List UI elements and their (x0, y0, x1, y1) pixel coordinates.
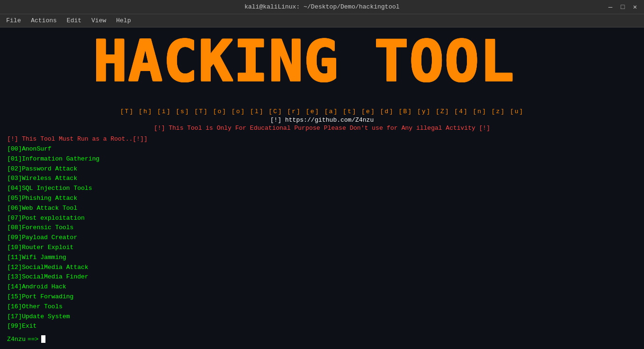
menu-list-item[interactable]: [06]Web Attack Tool (7, 204, 637, 214)
window-title: kali@kaliLinux: ~/Desktop/Demo/hackingto… (244, 3, 400, 10)
menu-list-item[interactable]: [03]Wireless Attack (7, 174, 637, 184)
menu-list-item[interactable]: [11]Wifi Jamming (7, 253, 637, 263)
close-button[interactable]: ✕ (631, 3, 639, 11)
menu-list-item[interactable]: [17]Update System (7, 312, 637, 322)
minimize-button[interactable]: — (606, 3, 615, 11)
menu-list-item[interactable]: [12]SocialMedia Attack (7, 263, 637, 273)
title-bar: kali@kaliLinux: ~/Desktop/Demo/hackingto… (0, 0, 644, 14)
menu-edit[interactable]: Edit (63, 16, 85, 26)
menu-bar: File Actions Edit View Help (0, 14, 644, 27)
terminal[interactable]: [T] [h] [i] [s] [T] [o] [o] [l] [C] [r] … (0, 27, 644, 349)
menu-list-item[interactable]: [99]Exit (7, 322, 637, 331)
tool-menu-list: [00]AnonSurf[01]Information Gathering[02… (7, 144, 637, 331)
menu-list-item[interactable]: [16]Other Tools (7, 302, 637, 312)
menu-list-item[interactable]: [09]Payload Creator (7, 233, 637, 243)
prompt-user: Z4nzu (7, 336, 26, 343)
hacking-tool-banner (83, 35, 561, 106)
menu-file[interactable]: File (2, 16, 25, 26)
cursor (41, 335, 45, 343)
banner-subtitle: [T] [h] [i] [s] [T] [o] [o] [l] [C] [r] … (7, 108, 637, 115)
menu-list-item[interactable]: [10]Router Exploit (7, 243, 637, 253)
menu-list-item[interactable]: [04]SQL Injection Tools (7, 184, 637, 194)
maximize-button[interactable]: □ (618, 3, 627, 11)
menu-list-item[interactable]: [01]Information Gathering (7, 154, 637, 164)
menu-list-item[interactable]: [00]AnonSurf (7, 144, 637, 154)
prompt-arrow: ==> (27, 336, 38, 343)
menu-list-item[interactable]: [15]Port Forwading (7, 292, 637, 302)
menu-list-item[interactable]: [13]SocialMedia Finder (7, 272, 637, 282)
menu-help[interactable]: Help (112, 16, 134, 26)
menu-list-item[interactable]: [02]Password Attack (7, 164, 637, 174)
menu-list-item[interactable]: [05]Phishing Attack (7, 194, 637, 204)
ascii-banner-container (7, 35, 637, 106)
menu-list-item[interactable]: [08]Forensic Tools (7, 223, 637, 233)
terminal-prompt: Z4nzu ==> (7, 335, 637, 343)
github-link: [!] https://github.com/Z4nzu (7, 116, 637, 124)
menu-list-item[interactable]: [07]Post exploitation (7, 214, 637, 224)
menu-view[interactable]: View (88, 16, 110, 26)
window-controls: — □ ✕ (606, 3, 639, 11)
menu-actions[interactable]: Actions (27, 16, 61, 26)
warning-line: [!] This Tool is Only For Educational Pu… (7, 125, 637, 132)
must-root-warning: [!] This Tool Must Run as a Root..[!]] (7, 135, 637, 143)
menu-list-item[interactable]: [14]Android Hack (7, 282, 637, 292)
